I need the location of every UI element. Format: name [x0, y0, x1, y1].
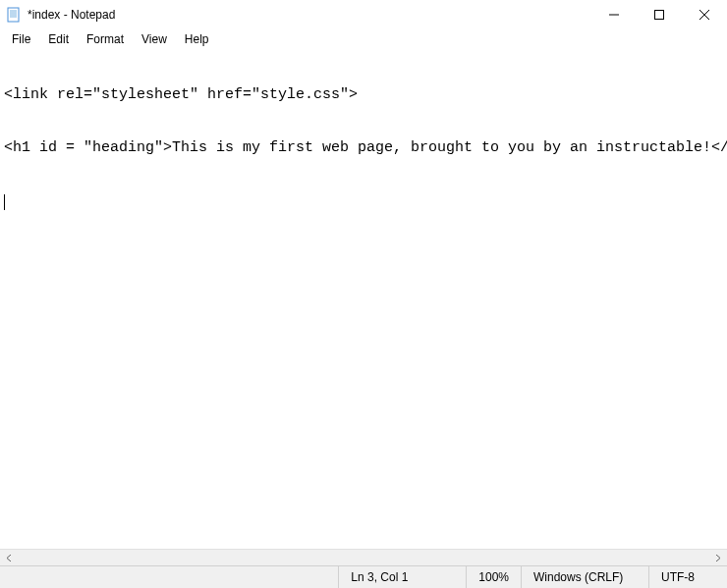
menu-file[interactable]: File — [4, 30, 38, 48]
status-zoom: 100% — [466, 566, 521, 588]
titlebar-left: *index - Notepad — [6, 7, 115, 23]
horizontal-scrollbar[interactable] — [0, 549, 727, 565]
scroll-left-icon[interactable] — [2, 551, 17, 565]
menu-edit[interactable]: Edit — [40, 30, 77, 48]
editor-line: <h1 id = "heading">This is my first web … — [4, 139, 723, 157]
text-editor[interactable]: <link rel="stylesheet" href="style.css">… — [0, 49, 727, 549]
menu-help[interactable]: Help — [177, 30, 217, 48]
editor-line — [4, 192, 723, 210]
menu-format[interactable]: Format — [79, 30, 132, 48]
menubar: File Edit Format View Help — [0, 29, 727, 49]
status-encoding: UTF-8 — [648, 566, 727, 588]
window-controls — [591, 0, 727, 29]
close-button[interactable] — [682, 0, 727, 29]
scroll-right-icon[interactable] — [710, 551, 725, 565]
maximize-button[interactable] — [637, 0, 682, 29]
titlebar: *index - Notepad — [0, 0, 727, 29]
status-lineending: Windows (CRLF) — [521, 566, 648, 588]
minimize-button[interactable] — [591, 0, 637, 29]
window-title: *index - Notepad — [28, 8, 115, 22]
svg-rect-6 — [655, 11, 664, 20]
statusbar: Ln 3, Col 1 100% Windows (CRLF) UTF-8 — [0, 565, 727, 588]
notepad-icon — [6, 7, 22, 23]
editor-line: <link rel="stylesheet" href="style.css"> — [4, 86, 723, 104]
text-cursor-icon — [4, 194, 5, 210]
status-position: Ln 3, Col 1 — [338, 566, 466, 588]
menu-view[interactable]: View — [134, 30, 175, 48]
